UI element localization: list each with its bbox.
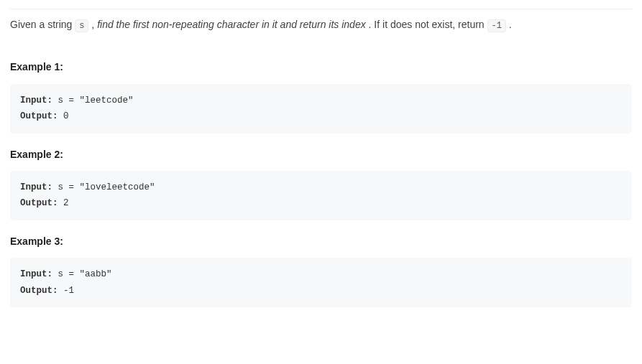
output-text: 2	[58, 198, 69, 208]
statement-var: s	[75, 19, 88, 32]
output-label: Output:	[20, 111, 58, 121]
example-block: Input: s = "leetcode" Output: 0	[10, 84, 632, 134]
output-label: Output:	[20, 198, 58, 208]
output-text: 0	[58, 111, 69, 121]
statement-prefix: Given a string	[10, 19, 75, 30]
statement-retval: -1	[487, 19, 506, 32]
example-heading: Example 2:	[10, 146, 632, 162]
statement-middle: ,	[91, 19, 97, 30]
statement-emphasis: find the first non-repeating character i…	[97, 19, 366, 30]
input-label: Input:	[20, 182, 52, 192]
statement-after: . If it does not exist, return	[369, 19, 487, 30]
output-text: -1	[58, 286, 75, 296]
statement-suffix: .	[509, 19, 512, 30]
input-text: s = "loveleetcode"	[52, 182, 155, 192]
output-label: Output:	[20, 286, 58, 296]
input-text: s = "aabb"	[52, 269, 112, 279]
input-text: s = "leetcode"	[52, 95, 134, 106]
input-label: Input:	[20, 269, 52, 279]
example-block: Input: s = "loveleetcode" Output: 2	[10, 171, 632, 220]
example-heading: Example 1:	[10, 59, 632, 75]
problem-statement: Given a string s , find the first non-re…	[10, 9, 632, 33]
example-heading: Example 3:	[10, 233, 632, 249]
input-label: Input:	[20, 95, 52, 106]
example-block: Input: s = "aabb" Output: -1	[10, 258, 632, 307]
